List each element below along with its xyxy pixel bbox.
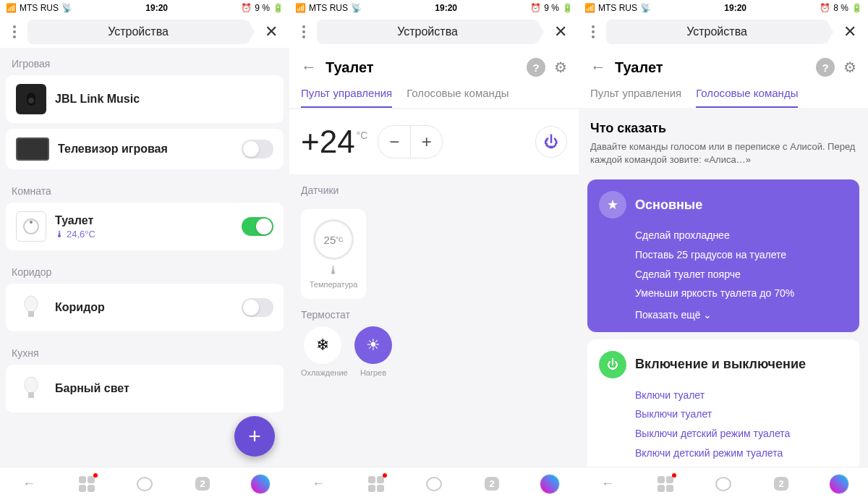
command-list: Включи туалет Выключи туалет Выключи дет…	[599, 386, 848, 462]
carrier-label: MTS RUS	[598, 3, 637, 13]
battery-label: 9 %	[544, 3, 559, 13]
breadcrumb-pill[interactable]: Устройства	[317, 20, 538, 44]
device-row-thermostat[interactable]: Туалет 🌡24,6°C	[6, 203, 284, 250]
decrease-button[interactable]: −	[378, 126, 410, 158]
notification-dot	[93, 473, 98, 478]
signal-icon: 📶	[6, 3, 17, 13]
section-label: Датчики	[289, 174, 579, 202]
mode-cool-button[interactable]: ❄	[304, 326, 341, 364]
toggle-switch[interactable]	[242, 217, 273, 236]
section-label: Термостат	[289, 299, 579, 326]
thermometer-icon: 🌡	[328, 264, 339, 277]
bulb-icon	[16, 373, 46, 404]
sensor-tile[interactable]: 25°C 🌡 Температура	[301, 209, 366, 299]
command-item[interactable]: Уменьши яркость туалета до 70%	[635, 284, 848, 303]
battery-icon: 🔋	[562, 3, 573, 13]
increase-button[interactable]: +	[410, 126, 442, 158]
svg-rect-7	[28, 392, 34, 398]
breadcrumb-pill[interactable]: Устройства	[606, 20, 827, 44]
svg-point-4	[25, 296, 38, 312]
device-row-light[interactable]: Коридор	[6, 284, 284, 331]
section-label: Коридор	[0, 256, 289, 284]
device-title: Туалет	[615, 59, 807, 76]
device-row-speaker[interactable]: JBL Link Music	[6, 75, 284, 123]
card-title: Включение и выключение	[635, 357, 806, 372]
nav-back[interactable]: ←	[595, 472, 620, 496]
temperature-value: +24°C	[301, 124, 367, 160]
breadcrumb-label: Устройства	[686, 25, 747, 38]
battery-label: 8 %	[833, 3, 848, 13]
commands-card-power: ⏻ Включение и выключение Включи туалет В…	[587, 339, 859, 467]
nav-home[interactable]	[132, 472, 157, 496]
menu-button[interactable]	[7, 25, 22, 38]
nav-home[interactable]	[711, 472, 736, 496]
nav-tabs[interactable]: 2	[480, 472, 504, 496]
thermometer-icon: 🌡	[55, 229, 64, 240]
command-item[interactable]: Сделай прохладнее	[635, 226, 848, 245]
nav-back[interactable]: ←	[306, 472, 331, 496]
mode-selector: ❄ Охлаждение ☀ Нагрев	[289, 326, 579, 377]
help-button[interactable]: ?	[527, 58, 545, 77]
help-button[interactable]: ?	[816, 58, 835, 77]
mode-label: Охлаждение	[301, 368, 344, 377]
device-header: ← Туалет ? ⚙ Пульт управления Голосовые …	[289, 48, 579, 108]
breadcrumb-pill[interactable]: Устройства	[27, 20, 249, 44]
nav-grid[interactable]	[364, 472, 388, 496]
mode-heat-button[interactable]: ☀	[354, 326, 392, 364]
clock-label: 19:20	[145, 3, 168, 13]
nav-profile[interactable]	[248, 472, 273, 496]
command-item[interactable]: Выключи детский режим туалета	[635, 424, 848, 444]
svg-point-3	[30, 221, 33, 224]
tab-voice[interactable]: Голосовые команды	[696, 87, 798, 108]
tab-remote[interactable]: Пульт управления	[301, 87, 392, 108]
nav-profile[interactable]	[537, 472, 562, 496]
settings-button[interactable]: ⚙	[843, 59, 856, 76]
nav-tabs[interactable]: 2	[190, 472, 215, 496]
menu-button[interactable]	[586, 25, 600, 38]
close-button[interactable]: ✕	[260, 22, 282, 41]
tab-row: Пульт управления Голосовые команды	[590, 87, 856, 108]
nav-profile[interactable]	[827, 472, 851, 496]
content-area: +24°C − + ⏻ Датчики 25°C 🌡 Температура Т…	[289, 108, 579, 467]
command-item[interactable]: Включи туалет	[635, 386, 848, 405]
power-button[interactable]: ⏻	[535, 126, 567, 158]
toggle-switch[interactable]	[242, 140, 273, 158]
device-row-light[interactable]: Барный свет	[6, 365, 284, 412]
star-icon: ★	[599, 191, 626, 219]
nav-grid[interactable]	[75, 472, 99, 496]
settings-button[interactable]: ⚙	[554, 59, 567, 76]
status-bar: 📶MTS RUS📡 19:20 ⏰9 %🔋	[0, 0, 289, 16]
nav-tabs[interactable]: 2	[769, 472, 793, 496]
menu-button[interactable]	[297, 25, 311, 38]
toggle-switch[interactable]	[242, 298, 273, 317]
tab-remote[interactable]: Пульт управления	[590, 87, 681, 108]
add-button[interactable]: +	[234, 416, 275, 457]
command-item[interactable]: Выключи туалет	[635, 404, 848, 424]
bottom-nav: ← 2	[0, 467, 289, 500]
signal-icon: 📶	[295, 3, 306, 13]
command-item[interactable]: Поставь 25 градусов на туалете	[635, 245, 848, 265]
nav-home[interactable]	[422, 472, 446, 496]
card-title: Основные	[635, 198, 702, 213]
header-bar: Устройства ✕	[289, 16, 579, 48]
device-row-tv[interactable]: Телевизор игровая	[6, 129, 284, 169]
bottom-nav: ← 2	[289, 467, 579, 500]
nav-grid[interactable]	[653, 472, 678, 496]
instructions-block: Что сказать Давайте команды голосом или …	[579, 108, 868, 172]
svg-point-6	[25, 377, 38, 393]
alarm-icon: ⏰	[820, 3, 830, 13]
avatar-icon	[250, 474, 271, 494]
command-item[interactable]: Включи детский режим туалета	[635, 444, 848, 463]
nav-back[interactable]: ←	[17, 472, 41, 496]
header-bar: Устройства ✕	[0, 16, 289, 48]
close-button[interactable]: ✕	[839, 22, 861, 41]
show-more-button[interactable]: Показать ещё ⌄	[599, 309, 848, 321]
back-button[interactable]: ←	[301, 58, 317, 77]
back-button[interactable]: ←	[590, 58, 606, 77]
command-item[interactable]: Сделай туалет поярче	[635, 265, 848, 284]
tab-voice[interactable]: Голосовые команды	[407, 87, 509, 108]
close-button[interactable]: ✕	[550, 22, 571, 41]
command-list: Сделай прохладнее Поставь 25 градусов на…	[599, 226, 848, 302]
signal-icon: 📶	[584, 3, 595, 13]
device-name: Туалет	[55, 214, 233, 227]
